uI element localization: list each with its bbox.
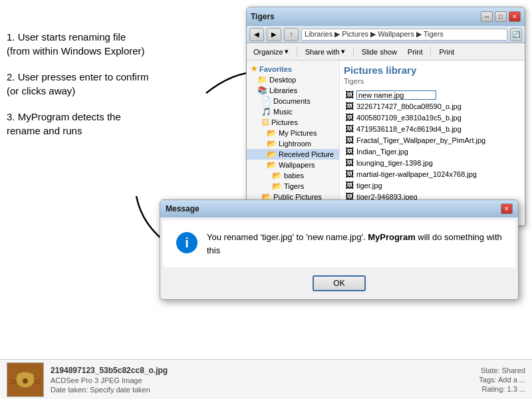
sidebar-item-wallpapers[interactable]: 📂 Wallpapers [247,160,339,170]
dialog-close-button[interactable]: ✕ [501,203,513,214]
sidebar-item-mypictures[interactable]: 📂 My Pictures [247,128,339,138]
minimize-button[interactable]: ─ [481,11,493,22]
sidebar-item-babes[interactable]: 📂 babes [247,170,339,181]
list-item[interactable]: 🖼 3226717427_8b0ca08590_o.jpg [344,100,521,112]
file-name: martial-tiger-wallpaper_1024x768.jpg [356,170,477,178]
file-name: 3226717427_8b0ca08590_o.jpg [356,102,462,110]
file-icon: 🖼 [345,158,354,168]
bottom-type: ACDSee Pro 3 JPEG Image [51,376,472,384]
list-item[interactable]: 🖼 martial-tiger-wallpaper_1024x768.jpg [344,168,521,180]
sidebar-item-received-pictures[interactable]: 📂 Received Picture [247,149,339,160]
dialog-footer: OK [160,270,518,299]
file-icon: 🖼 [345,169,354,179]
file-name: tiger.jpg [356,182,382,190]
file-icon: 🖼 [345,90,354,100]
file-name: lounging_tiger-1398.jpg [356,159,433,167]
back-button[interactable]: ◀ [249,28,264,41]
tags-info: Tags: Add a ... [479,376,525,384]
toolbar: Organize ▾ Share with ▾ Slide show Print… [247,43,525,61]
print-button[interactable]: Print [405,47,426,57]
bottom-right: State: Shared Tags: Add a ... Rating: 1.… [479,366,525,393]
sidebar-libraries-label: Libraries [269,86,297,94]
file-item-rename[interactable]: 🖼 [344,89,521,100]
dialog-body: i You renamed 'tiger.jpg' to 'new name.j… [163,220,515,267]
close-button[interactable]: ✕ [509,11,521,22]
share-chevron-icon: ▾ [341,47,345,56]
favorites-label: Favorites [259,65,292,73]
list-item[interactable]: 🖼 4719536118_e74c8619d4_b.jpg [344,123,521,134]
breadcrumb: Libraries ▶ Pictures ▶ Wallpapers ▶ Tige… [305,30,444,39]
print2-button[interactable]: Print [436,47,457,57]
address-bar[interactable]: Libraries ▶ Pictures ▶ Wallpapers ▶ Tige… [301,29,507,41]
sidebar-item-tigers[interactable]: 📂 Tigers [247,181,339,192]
sidebar-pictures-label: Pictures [271,118,298,126]
file-icon: 🖼 [345,101,354,111]
sidebar-wallpapers-label: Wallpapers [279,161,315,169]
up-button[interactable]: ↑ [284,28,299,41]
state-value: Shared [502,366,525,374]
folder-icon: 📂 [272,171,282,180]
state-info: State: Shared [479,366,525,374]
file-icon: 🖼 [345,135,354,145]
list-item[interactable]: 🖼 Fractal_Tiger_Wallpaper_by_PimArt.jpg [344,134,521,146]
annotation-step3: 3. MyProgram detects the rename and runs [7,110,233,138]
share-with-button[interactable]: Share with ▾ [303,46,348,57]
list-item[interactable]: 🖼 4005807109_e3810a19c5_b.jpg [344,112,521,123]
list-item[interactable]: 🖼 lounging_tiger-1398.jpg [344,157,521,168]
file-icon: 🖼 [345,124,354,134]
sidebar-babes-label: babes [284,172,304,180]
annotation-area: 1. User starts renaming file (from withi… [7,30,233,150]
bottom-filename: 2194897123_53b5c82cc8_o.jpg [51,366,472,375]
folder-icon: 📄 [261,96,271,106]
toolbar-separator2 [353,47,354,57]
print-label: Print [408,48,423,56]
message-dialog: Message ✕ i You renamed 'tiger.jpg' to '… [160,200,519,300]
sidebar-mypictures-label: My Pictures [279,129,317,137]
refresh-button[interactable]: 🔄 [510,28,522,41]
rating-info: Rating: 1.3 ... [479,385,525,393]
forward-button[interactable]: ▶ [267,28,281,41]
organize-button[interactable]: Organize ▾ [251,46,291,57]
folder-icon: 📚 [257,86,267,95]
sidebar-item-documents[interactable]: 📄 Documents [247,96,339,106]
slideshow-label: Slide show [362,48,397,56]
library-sub: Tigers [344,77,521,85]
maximize-button[interactable]: □ [495,11,507,22]
file-name: 4719536118_e74c8619d4_b.jpg [356,125,462,133]
ok-button[interactable]: OK [313,275,366,291]
file-name: Fractal_Tiger_Wallpaper_by_PimArt.jpg [356,136,485,144]
rating-label: Rating: [482,385,505,393]
svg-point-5 [27,373,34,378]
folder-icon: 🎵 [261,107,271,116]
info-icon: i [176,232,198,253]
toolbar-separator1 [297,47,297,57]
print2-label: Print [439,48,454,56]
thumbnail-image [7,362,44,397]
title-bar-buttons: ─ □ ✕ [481,11,521,22]
folder-icon: 📂 [267,160,277,170]
file-icon: 🖼 [345,112,354,122]
file-icon: 🖼 [345,180,354,190]
sidebar-item-lightroom[interactable]: 📂 Lightroom [247,138,339,149]
list-item[interactable]: 🖼 tiger.jpg [344,180,521,191]
bottom-info: 2194897123_53b5c82cc8_o.jpg ACDSee Pro 3… [51,366,472,394]
svg-point-6 [23,378,28,384]
sidebar-item-desktop[interactable]: 📁 Desktop [247,74,339,85]
state-label: State: [481,366,500,374]
date-label: Date taken: [51,386,88,394]
sidebar-item-libraries[interactable]: 📚 Libraries [247,85,339,96]
sidebar-item-pictures[interactable]: 🖼 Pictures [247,117,339,128]
file-icon: 🖼 [345,146,354,156]
organize-label: Organize [253,48,283,56]
tags-label: Tags: [479,376,496,384]
folder-icon: 📁 [257,75,267,84]
sidebar-received-label: Received Picture [279,150,334,158]
sidebar-item-music[interactable]: 🎵 Music [247,106,339,117]
list-item[interactable]: 🖼 Indian_Tiger.jpg [344,146,521,157]
slideshow-button[interactable]: Slide show [359,47,400,57]
dialog-message-bold: MyProgram [368,232,416,242]
rename-input[interactable] [356,90,436,100]
annotation-step2: 2. User presses enter to confirm (or cli… [7,70,233,98]
folder-icon: 📂 [272,182,282,191]
folder-icon: 📂 [267,139,277,148]
